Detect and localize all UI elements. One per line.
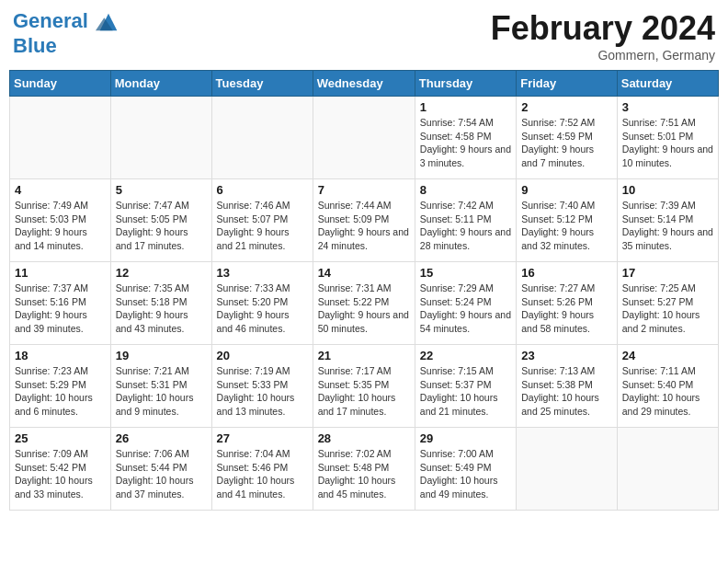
- day-number: 13: [217, 266, 308, 280]
- day-number: 16: [521, 266, 612, 280]
- day-info: Sunrise: 7:33 AM Sunset: 5:20 PM Dayligh…: [217, 282, 308, 336]
- title-area: February 2024 Gommern, Germany: [491, 9, 715, 63]
- calendar-cell: 27Sunrise: 7:04 AM Sunset: 5:46 PM Dayli…: [211, 428, 313, 511]
- calendar-cell: 13Sunrise: 7:33 AM Sunset: 5:20 PM Dayli…: [211, 262, 313, 345]
- calendar-cell: 6Sunrise: 7:46 AM Sunset: 5:07 PM Daylig…: [211, 179, 313, 262]
- day-info: Sunrise: 7:27 AM Sunset: 5:26 PM Dayligh…: [521, 282, 612, 336]
- day-info: Sunrise: 7:15 AM Sunset: 5:37 PM Dayligh…: [420, 364, 511, 419]
- day-number: 1: [420, 100, 511, 114]
- calendar-cell: 7Sunrise: 7:44 AM Sunset: 5:09 PM Daylig…: [313, 179, 415, 262]
- calendar-cell: 12Sunrise: 7:35 AM Sunset: 5:18 PM Dayli…: [110, 262, 211, 345]
- day-info: Sunrise: 7:02 AM Sunset: 5:48 PM Dayligh…: [318, 447, 410, 501]
- calendar-cell: 16Sunrise: 7:27 AM Sunset: 5:26 PM Dayli…: [517, 262, 618, 345]
- day-info: Sunrise: 7:40 AM Sunset: 5:12 PM Dayligh…: [521, 199, 612, 253]
- calendar-week-row: 18Sunrise: 7:23 AM Sunset: 5:29 PM Dayli…: [10, 345, 719, 428]
- day-info: Sunrise: 7:47 AM Sunset: 5:05 PM Dayligh…: [116, 199, 207, 253]
- calendar-cell: 17Sunrise: 7:25 AM Sunset: 5:27 PM Dayli…: [617, 262, 718, 345]
- day-number: 12: [116, 266, 207, 280]
- calendar-week-row: 4Sunrise: 7:49 AM Sunset: 5:03 PM Daylig…: [10, 179, 719, 262]
- weekday-header-row: SundayMondayTuesdayWednesdayThursdayFrid…: [10, 71, 719, 97]
- calendar-cell: 26Sunrise: 7:06 AM Sunset: 5:44 PM Dayli…: [110, 428, 211, 511]
- calendar-cell: 18Sunrise: 7:23 AM Sunset: 5:29 PM Dayli…: [10, 345, 111, 428]
- weekday-header: Monday: [110, 71, 211, 97]
- day-info: Sunrise: 7:25 AM Sunset: 5:27 PM Dayligh…: [622, 282, 713, 336]
- day-number: 3: [622, 100, 713, 114]
- day-number: 29: [420, 431, 511, 445]
- day-info: Sunrise: 7:49 AM Sunset: 5:03 PM Dayligh…: [15, 199, 106, 253]
- day-number: 15: [420, 266, 511, 280]
- calendar-cell: [517, 428, 618, 511]
- day-number: 23: [521, 349, 612, 362]
- day-number: 5: [116, 183, 207, 197]
- calendar-cell: 28Sunrise: 7:02 AM Sunset: 5:48 PM Dayli…: [313, 428, 415, 511]
- day-number: 9: [521, 183, 612, 197]
- day-info: Sunrise: 7:54 AM Sunset: 4:58 PM Dayligh…: [420, 116, 511, 170]
- day-number: 17: [622, 266, 713, 280]
- day-info: Sunrise: 7:09 AM Sunset: 5:42 PM Dayligh…: [15, 447, 106, 501]
- calendar-table: SundayMondayTuesdayWednesdayThursdayFrid…: [9, 70, 719, 511]
- calendar-cell: 3Sunrise: 7:51 AM Sunset: 5:01 PM Daylig…: [617, 97, 718, 179]
- calendar-cell: 20Sunrise: 7:19 AM Sunset: 5:33 PM Dayli…: [211, 345, 313, 428]
- calendar-cell: 21Sunrise: 7:17 AM Sunset: 5:35 PM Dayli…: [313, 345, 415, 428]
- day-number: 25: [15, 431, 106, 445]
- day-info: Sunrise: 7:39 AM Sunset: 5:14 PM Dayligh…: [622, 199, 713, 253]
- day-info: Sunrise: 7:04 AM Sunset: 5:46 PM Dayligh…: [217, 447, 308, 501]
- weekday-header: Wednesday: [313, 71, 415, 97]
- calendar-cell: 29Sunrise: 7:00 AM Sunset: 5:49 PM Dayli…: [415, 428, 516, 511]
- day-info: Sunrise: 7:19 AM Sunset: 5:33 PM Dayligh…: [217, 364, 308, 419]
- calendar-cell: 23Sunrise: 7:13 AM Sunset: 5:38 PM Dayli…: [517, 345, 618, 428]
- day-number: 2: [521, 100, 612, 114]
- day-number: 11: [15, 266, 106, 280]
- location: Gommern, Germany: [491, 48, 715, 63]
- calendar-cell: 11Sunrise: 7:37 AM Sunset: 5:16 PM Dayli…: [10, 262, 111, 345]
- calendar-cell: 25Sunrise: 7:09 AM Sunset: 5:42 PM Dayli…: [10, 428, 111, 511]
- day-info: Sunrise: 7:29 AM Sunset: 5:24 PM Dayligh…: [420, 282, 511, 336]
- day-number: 7: [318, 183, 410, 197]
- calendar-cell: [313, 97, 415, 179]
- weekday-header: Tuesday: [211, 71, 313, 97]
- calendar-cell: 8Sunrise: 7:42 AM Sunset: 5:11 PM Daylig…: [415, 179, 516, 262]
- day-number: 19: [116, 349, 207, 362]
- day-info: Sunrise: 7:52 AM Sunset: 4:59 PM Dayligh…: [521, 116, 612, 170]
- day-info: Sunrise: 7:44 AM Sunset: 5:09 PM Dayligh…: [318, 199, 410, 253]
- day-number: 14: [318, 266, 410, 280]
- day-number: 24: [622, 349, 713, 362]
- day-number: 28: [318, 431, 410, 445]
- calendar-cell: 2Sunrise: 7:52 AM Sunset: 4:59 PM Daylig…: [517, 97, 618, 179]
- logo-line1: General: [13, 9, 88, 32]
- calendar-cell: [617, 428, 718, 511]
- day-number: 6: [217, 183, 308, 197]
- day-number: 26: [116, 431, 207, 445]
- day-info: Sunrise: 7:06 AM Sunset: 5:44 PM Dayligh…: [116, 447, 207, 501]
- day-info: Sunrise: 7:17 AM Sunset: 5:35 PM Dayligh…: [318, 364, 410, 419]
- day-number: 8: [420, 183, 511, 197]
- day-number: 22: [420, 349, 511, 362]
- weekday-header: Friday: [517, 71, 618, 97]
- logo-line2: Blue: [13, 34, 57, 57]
- day-number: 18: [15, 349, 106, 362]
- day-info: Sunrise: 7:13 AM Sunset: 5:38 PM Dayligh…: [521, 364, 612, 419]
- day-info: Sunrise: 7:51 AM Sunset: 5:01 PM Dayligh…: [622, 116, 713, 170]
- day-info: Sunrise: 7:11 AM Sunset: 5:40 PM Dayligh…: [622, 364, 713, 419]
- day-info: Sunrise: 7:21 AM Sunset: 5:31 PM Dayligh…: [116, 364, 207, 419]
- calendar-cell: 14Sunrise: 7:31 AM Sunset: 5:22 PM Dayli…: [313, 262, 415, 345]
- calendar-cell: 22Sunrise: 7:15 AM Sunset: 5:37 PM Dayli…: [415, 345, 516, 428]
- day-number: 20: [217, 349, 308, 362]
- logo: General Blue: [13, 9, 121, 57]
- day-number: 27: [217, 431, 308, 445]
- calendar-cell: 19Sunrise: 7:21 AM Sunset: 5:31 PM Dayli…: [110, 345, 211, 428]
- page-header: General Blue February 2024 Gommern, Germ…: [9, 9, 719, 63]
- day-info: Sunrise: 7:31 AM Sunset: 5:22 PM Dayligh…: [318, 282, 410, 336]
- calendar-cell: [10, 97, 111, 179]
- calendar-cell: [110, 97, 211, 179]
- calendar-cell: 1Sunrise: 7:54 AM Sunset: 4:58 PM Daylig…: [415, 97, 516, 179]
- calendar-cell: 24Sunrise: 7:11 AM Sunset: 5:40 PM Dayli…: [617, 345, 718, 428]
- weekday-header: Saturday: [617, 71, 718, 97]
- day-info: Sunrise: 7:37 AM Sunset: 5:16 PM Dayligh…: [15, 282, 106, 336]
- day-number: 4: [15, 183, 106, 197]
- calendar-week-row: 11Sunrise: 7:37 AM Sunset: 5:16 PM Dayli…: [10, 262, 719, 345]
- day-info: Sunrise: 7:42 AM Sunset: 5:11 PM Dayligh…: [420, 199, 511, 253]
- day-number: 10: [622, 183, 713, 197]
- weekday-header: Thursday: [415, 71, 516, 97]
- month-title: February 2024: [491, 9, 715, 48]
